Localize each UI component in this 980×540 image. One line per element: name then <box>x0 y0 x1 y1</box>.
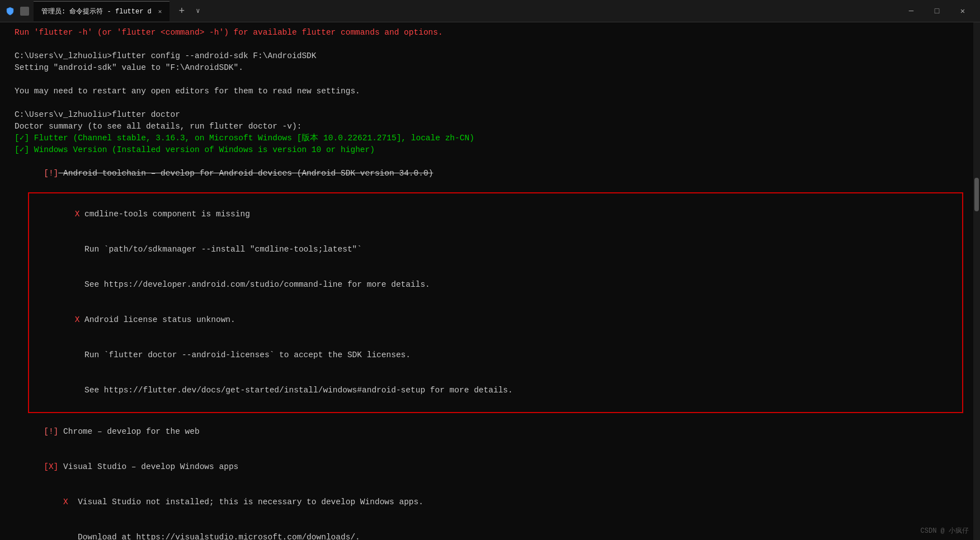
titlebar-controls: ─ □ ✕ <box>898 0 976 22</box>
blank-line-3 <box>15 97 965 109</box>
tab-icon <box>20 7 29 16</box>
shield-icon <box>4 6 16 17</box>
minimize-button[interactable]: ─ <box>898 0 924 22</box>
windows-version-check: [✓] Windows Version (Installed version o… <box>15 144 965 156</box>
blank-line-1 <box>15 39 965 50</box>
watermark: CSDN @ 小疯仔 <box>921 526 969 536</box>
tab-dropdown-button[interactable]: ∨ <box>194 7 202 15</box>
terminal-body: Run 'flutter -h' (or 'flutter <command> … <box>0 22 980 540</box>
error-license-unknown: X Android license status unknown. <box>36 302 955 338</box>
restart-note: You may need to restart any open editors… <box>15 86 965 97</box>
new-tab-button[interactable]: + <box>174 6 189 17</box>
flutter-help-warning: Run 'flutter -h' (or 'flutter <command> … <box>15 27 965 39</box>
maximize-button[interactable]: □ <box>924 0 950 22</box>
titlebar: 管理员: 命令提示符 - flutter d ✕ + ∨ ─ □ ✕ <box>0 0 980 22</box>
scrollbar-thumb[interactable] <box>974 178 979 211</box>
doctor-summary: Doctor summary (to see all details, run … <box>15 121 965 132</box>
error-box: X cmdline-tools component is missing Run… <box>28 192 963 413</box>
tab-label: 管理员: 命令提示符 - flutter d <box>41 7 152 16</box>
visual-studio-line: [X] Visual Studio – develop Windows apps <box>15 449 965 485</box>
titlebar-left: 管理员: 命令提示符 - flutter d ✕ + ∨ <box>4 1 898 21</box>
blank-line-2 <box>15 74 965 86</box>
vs-download-line: Download at https://visualstudio.microso… <box>15 520 965 540</box>
android-toolchain-line: [!] Android toolchain – develop for Andr… <box>15 156 965 191</box>
error-flutter-dev-link: See https://flutter.dev/docs/get-started… <box>36 373 955 408</box>
flutter-doctor-cmd: C:\Users\v_lzhuoliu>flutter doctor <box>15 109 965 121</box>
close-button[interactable]: ✕ <box>950 0 976 22</box>
error-sdkmanager-run: Run `path/to/sdkmanager --install "cmdli… <box>36 232 955 267</box>
scrollbar[interactable] <box>973 22 980 540</box>
active-tab[interactable]: 管理员: 命令提示符 - flutter d ✕ <box>34 1 169 21</box>
error-developer-android-link: See https://developer.android.com/studio… <box>36 267 955 302</box>
chrome-line: [!] Chrome – develop for the web <box>15 414 965 449</box>
setting-value-line: Setting "android-sdk" value to "F:\Andro… <box>15 62 965 74</box>
error-flutter-doctor-licenses: Run `flutter doctor --android-licenses` … <box>36 338 955 373</box>
flutter-config-cmd: C:\Users\v_lzhuoliu>flutter config --and… <box>15 50 965 62</box>
error-cmdline-tools: X cmdline-tools component is missing <box>36 197 955 232</box>
tab-close-button[interactable]: ✕ <box>158 8 162 15</box>
flutter-check: [✓] Flutter (Channel stable, 3.16.3, on … <box>15 132 965 144</box>
visual-studio-not-installed: X Visual Studio not installed; this is n… <box>15 485 965 520</box>
terminal-content: Run 'flutter -h' (or 'flutter <command> … <box>7 27 973 540</box>
